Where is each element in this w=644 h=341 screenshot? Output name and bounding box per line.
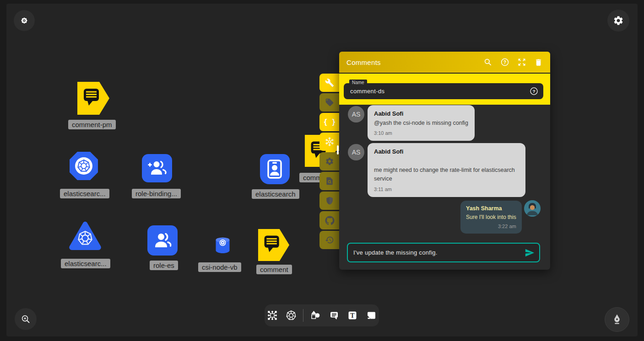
- storage-cylinder-icon: [215, 237, 230, 254]
- kubernetes-tool-button[interactable]: [283, 306, 299, 325]
- avatar-yash: [524, 200, 541, 217]
- trash-icon[interactable]: [534, 58, 543, 67]
- gear-icon: [613, 15, 624, 26]
- node-label-elasticsearch-2: elasticsearch: [252, 189, 299, 199]
- message-author: Aabid Sofi: [374, 148, 519, 155]
- node-label-comment-pm: comment-pm: [68, 120, 116, 129]
- node-label-role-binding: role-binding...: [132, 189, 181, 198]
- node-label-elasticsearch-3: elasticsearc...: [61, 259, 110, 268]
- text-tool-button[interactable]: T: [345, 306, 361, 325]
- flower-mesh-icon: [19, 16, 29, 26]
- node-name-form: Name ?: [339, 73, 550, 105]
- node-elasticsearch-octagon[interactable]: [69, 151, 99, 183]
- configure-tool-button[interactable]: [319, 74, 340, 92]
- message-author: Yash Sharma: [466, 205, 516, 212]
- expand-icon[interactable]: [517, 58, 526, 67]
- policy-tool-button[interactable]: [319, 192, 340, 210]
- search-icon[interactable]: [483, 58, 492, 67]
- note-tool-button[interactable]: [363, 306, 379, 325]
- tag-icon: [325, 98, 334, 107]
- node-elasticsearch-serviceaccount[interactable]: [260, 154, 290, 184]
- name-input[interactable]: [344, 88, 530, 95]
- node-role-es[interactable]: [147, 225, 178, 256]
- help-icon[interactable]: ?: [500, 58, 509, 67]
- comments-list[interactable]: AS Aabid Sofi @yash the csi-node is miss…: [339, 105, 550, 242]
- node-label-role-es: role-es: [150, 261, 178, 270]
- message-time: 3:10 am: [374, 130, 468, 136]
- text-icon: T: [347, 310, 358, 321]
- node-action-toolbar: { }: [319, 74, 340, 250]
- zoom-in-icon: [21, 314, 31, 325]
- note-icon: [366, 310, 377, 321]
- comment-message: Yash Sharma Sure I'll look into this 3:2…: [460, 201, 522, 234]
- comments-panel-header[interactable]: Comments ?: [339, 52, 550, 73]
- node-comment-pm[interactable]: [77, 81, 110, 117]
- zoom-button[interactable]: [15, 308, 37, 330]
- document-search-icon: [325, 176, 334, 186]
- message-text: Sure I'll look into this: [466, 213, 516, 222]
- role-icon: [152, 230, 173, 250]
- kubernetes-icon: [286, 310, 297, 321]
- role-binding-icon: [147, 158, 167, 178]
- hub-icon: [325, 137, 335, 147]
- reply-input[interactable]: [348, 249, 525, 256]
- message-text: me might need to change the rate-limit f…: [374, 166, 519, 184]
- service-account-badge-icon: [266, 159, 284, 179]
- field-help-icon[interactable]: ?: [530, 87, 538, 96]
- pen-nib-icon: [611, 313, 623, 326]
- svg-text:?: ?: [503, 60, 506, 65]
- shield-icon: [325, 196, 334, 205]
- reply-field-wrap: [347, 243, 540, 262]
- comment-node-icon: [77, 81, 110, 115]
- node-elasticsearch-triangle[interactable]: [67, 220, 103, 254]
- history-tool-button[interactable]: [319, 231, 340, 249]
- settings-button[interactable]: [607, 10, 629, 32]
- node-label-elasticsearch-1: elasticsearc...: [60, 189, 109, 198]
- node-comment[interactable]: [257, 229, 290, 263]
- name-field-label: Name: [349, 80, 367, 85]
- node-csi-node-vb[interactable]: [215, 237, 230, 256]
- github-tool-button[interactable]: [319, 211, 340, 229]
- shapes-tool-button[interactable]: [308, 306, 324, 325]
- app-menu-button[interactable]: [14, 10, 35, 31]
- avatar-aabid: AS: [348, 106, 364, 123]
- kubernetes-octagon-icon: [69, 151, 99, 181]
- github-icon: [325, 216, 335, 225]
- settings-tool-button[interactable]: [319, 152, 340, 170]
- gear-icon: [325, 157, 334, 166]
- wrench-icon: [325, 78, 334, 87]
- history-icon: [325, 235, 334, 245]
- panel-scrollbar-thumb[interactable]: [337, 145, 339, 155]
- node-role-binding[interactable]: [142, 154, 172, 182]
- kubernetes-triangle-icon: [67, 220, 103, 252]
- name-field-wrap: Name ?: [344, 83, 543, 99]
- toolbar-divider: [303, 309, 303, 322]
- inspect-tool-button[interactable]: [319, 172, 340, 190]
- message-author: Aabid Sofi: [374, 110, 468, 117]
- message-time: 3:22 am: [466, 224, 516, 229]
- send-icon: [525, 248, 535, 258]
- comment-tool-button[interactable]: [326, 306, 342, 325]
- node-label-csi-node-vb: csi-node-vb: [198, 262, 241, 272]
- config-json-tool-button[interactable]: { }: [319, 113, 340, 131]
- svg-text:T: T: [351, 312, 355, 319]
- circuit-icon: [267, 310, 278, 321]
- avatar-aabid: AS: [348, 144, 364, 160]
- braces-icon: { }: [323, 118, 336, 126]
- person-photo-icon: [524, 200, 541, 217]
- comment-message: Aabid Sofi me might need to change the r…: [368, 143, 525, 197]
- comment-bubble-icon: [329, 310, 340, 321]
- panel-title: Comments: [346, 59, 483, 66]
- node-label-comment: comment: [256, 265, 292, 274]
- comments-panel: Comments ? Name ?: [339, 52, 550, 270]
- message-text: @yash the csi-node is missing config: [374, 119, 468, 128]
- comment-message: Aabid Sofi @yash the csi-node is missing…: [368, 105, 475, 141]
- svg-text:?: ?: [532, 89, 535, 94]
- label-tool-button[interactable]: [319, 93, 340, 112]
- components-tool-button[interactable]: [265, 306, 281, 325]
- send-button[interactable]: [525, 248, 535, 258]
- shapes-icon: [310, 310, 321, 321]
- pen-tool-button[interactable]: [605, 307, 629, 332]
- canvas-tools-toolbar: T: [265, 304, 379, 326]
- comment-node-icon: [257, 229, 290, 261]
